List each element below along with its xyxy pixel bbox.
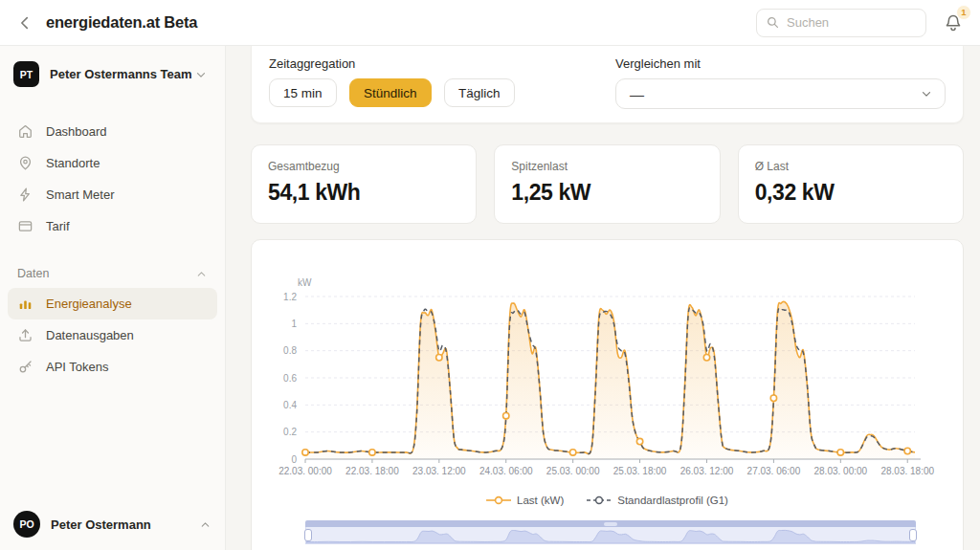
chevron-down-icon bbox=[920, 87, 933, 100]
sidebar-item-label: Energieanalyse bbox=[46, 297, 132, 311]
user-avatar: PO bbox=[13, 511, 40, 538]
user-menu[interactable]: PO Peter Ostermann bbox=[13, 506, 212, 542]
brush-handle-right[interactable] bbox=[909, 529, 917, 541]
main-nav: Dashboard Standorte Smart Meter Tarif bbox=[8, 116, 217, 242]
svg-text:0.2: 0.2 bbox=[283, 427, 297, 437]
filter-panel: Zeitaggregation 15 min Stündlich Täglich… bbox=[251, 46, 964, 123]
search-icon bbox=[766, 15, 780, 30]
svg-text:1: 1 bbox=[291, 319, 297, 329]
chart-legend: Last (kW) Standardlastprofil (G1) bbox=[252, 495, 963, 506]
brush-handle-left[interactable] bbox=[304, 529, 312, 541]
stat-label: Gesamtbezug bbox=[268, 160, 459, 173]
stat-value: 0,32 kW bbox=[755, 180, 947, 206]
key-icon bbox=[17, 359, 33, 375]
brush-mini-chart bbox=[306, 527, 915, 543]
stat-value: 54,1 kWh bbox=[268, 180, 459, 206]
aggregation-15min-button[interactable]: 15 min bbox=[269, 78, 337, 107]
legend-marker-last-icon bbox=[486, 495, 511, 505]
sidebar: PT Peter Ostermanns Team Dashboard Stand… bbox=[0, 46, 226, 550]
energy-chart-card: kW00.20.40.60.811.222.03. 00:0022.03. 18… bbox=[251, 239, 964, 550]
sidebar-item-label: Tarif bbox=[46, 219, 70, 233]
svg-text:26.03. 12:00: 26.03. 12:00 bbox=[680, 466, 734, 476]
top-bar: energiedaten.at Beta 1 bbox=[0, 0, 980, 46]
svg-text:0.4: 0.4 bbox=[283, 400, 297, 410]
map-pin-icon bbox=[17, 155, 33, 171]
notification-badge: 1 bbox=[956, 5, 971, 20]
team-switcher[interactable]: PT Peter Ostermanns Team bbox=[13, 57, 215, 91]
svg-text:25.03. 00:00: 25.03. 00:00 bbox=[546, 466, 600, 476]
brush-track[interactable] bbox=[305, 520, 916, 527]
legend-marker-profil-icon bbox=[587, 495, 612, 505]
upload-icon bbox=[17, 327, 33, 343]
chevron-down-icon bbox=[194, 68, 208, 81]
sidebar-item-api-tokens[interactable]: API Tokens bbox=[8, 351, 217, 383]
search-input[interactable] bbox=[787, 15, 911, 30]
legend-label: Last (kW) bbox=[517, 495, 564, 506]
chart-range-brush[interactable] bbox=[305, 520, 916, 544]
svg-text:22.03. 00:00: 22.03. 00:00 bbox=[278, 466, 332, 476]
main-content: Zeitaggregation 15 min Stündlich Täglich… bbox=[226, 46, 980, 550]
svg-text:0.8: 0.8 bbox=[283, 345, 297, 356]
stat-label: Spitzenlast bbox=[511, 160, 702, 173]
app-title: energiedaten.at Beta bbox=[46, 13, 197, 32]
compare-label: Vergleichen mit bbox=[615, 56, 946, 71]
aggregation-label: Zeitaggregation bbox=[269, 56, 615, 71]
sidebar-item-label: Smart Meter bbox=[46, 187, 115, 202]
sidebar-section-daten[interactable]: Daten bbox=[17, 267, 208, 280]
brush-center-handle[interactable] bbox=[604, 522, 617, 526]
sidebar-item-tarif[interactable]: Tarif bbox=[8, 210, 217, 242]
svg-text:0: 0 bbox=[291, 454, 297, 465]
sidebar-item-label: Datenausgaben bbox=[46, 328, 134, 342]
stat-value: 1,25 kW bbox=[511, 180, 702, 206]
svg-text:28.03. 18:00: 28.03. 18:00 bbox=[880, 466, 934, 476]
user-name: Peter Ostermann bbox=[51, 517, 199, 532]
sidebar-item-energieanalyse[interactable]: Energieanalyse bbox=[8, 288, 217, 319]
team-avatar: PT bbox=[13, 61, 39, 87]
credit-card-icon bbox=[17, 218, 33, 234]
legend-item-standardlastprofil[interactable]: Standardlastprofil (G1) bbox=[587, 495, 728, 506]
legend-label: Standardlastprofil (G1) bbox=[617, 495, 728, 506]
chevron-up-icon bbox=[195, 268, 208, 280]
sidebar-item-smart-meter[interactable]: Smart Meter bbox=[8, 179, 217, 210]
svg-text:1.2: 1.2 bbox=[283, 292, 297, 302]
svg-text:0.6: 0.6 bbox=[283, 373, 297, 384]
legend-item-last[interactable]: Last (kW) bbox=[486, 495, 564, 506]
sidebar-item-datenausgaben[interactable]: Datenausgaben bbox=[8, 319, 217, 351]
section-label: Daten bbox=[17, 267, 195, 280]
stat-label: Ø Last bbox=[755, 160, 947, 173]
svg-text:22.03. 18:00: 22.03. 18:00 bbox=[345, 466, 399, 476]
stat-card-gesamtbezug: Gesamtbezug 54,1 kWh bbox=[251, 144, 477, 224]
compare-select[interactable]: — bbox=[615, 78, 946, 109]
back-button[interactable] bbox=[11, 10, 38, 36]
aggregation-daily-button[interactable]: Täglich bbox=[444, 78, 515, 107]
stats-row: Gesamtbezug 54,1 kWh Spitzenlast 1,25 kW… bbox=[251, 144, 964, 224]
svg-text:28.03. 00:00: 28.03. 00:00 bbox=[814, 466, 868, 476]
stat-card-avg-last: Ø Last 0,32 kW bbox=[738, 144, 964, 224]
team-name: Peter Ostermanns Team bbox=[50, 67, 194, 81]
svg-text:25.03. 18:00: 25.03. 18:00 bbox=[613, 466, 667, 476]
sidebar-item-dashboard[interactable]: Dashboard bbox=[8, 116, 217, 147]
brush-body[interactable] bbox=[305, 527, 916, 544]
stat-card-spitzenlast: Spitzenlast 1,25 kW bbox=[494, 144, 720, 224]
compare-select-value: — bbox=[630, 86, 920, 102]
chevron-left-icon bbox=[16, 14, 33, 32]
sidebar-item-standorte[interactable]: Standorte bbox=[8, 147, 217, 179]
sidebar-item-label: API Tokens bbox=[46, 360, 109, 374]
svg-text:23.03. 12:00: 23.03. 12:00 bbox=[412, 466, 466, 476]
chevron-up-icon bbox=[199, 518, 212, 531]
svg-text:kW: kW bbox=[298, 277, 312, 288]
search-box[interactable] bbox=[756, 9, 926, 37]
zap-icon bbox=[17, 187, 33, 203]
svg-text:27.03. 06:00: 27.03. 06:00 bbox=[747, 466, 801, 476]
sidebar-item-label: Standorte bbox=[46, 156, 100, 170]
daten-nav: Energieanalyse Datenausgaben API Tokens bbox=[8, 288, 217, 383]
sidebar-item-label: Dashboard bbox=[46, 124, 107, 139]
notifications-button[interactable]: 1 bbox=[942, 11, 965, 34]
bar-chart-icon bbox=[17, 296, 33, 312]
energy-line-chart[interactable]: kW00.20.40.60.811.222.03. 00:0022.03. 18… bbox=[252, 240, 963, 489]
aggregation-hourly-button[interactable]: Stündlich bbox=[349, 78, 432, 107]
home-icon bbox=[17, 123, 33, 140]
svg-text:24.03. 06:00: 24.03. 06:00 bbox=[479, 466, 533, 476]
